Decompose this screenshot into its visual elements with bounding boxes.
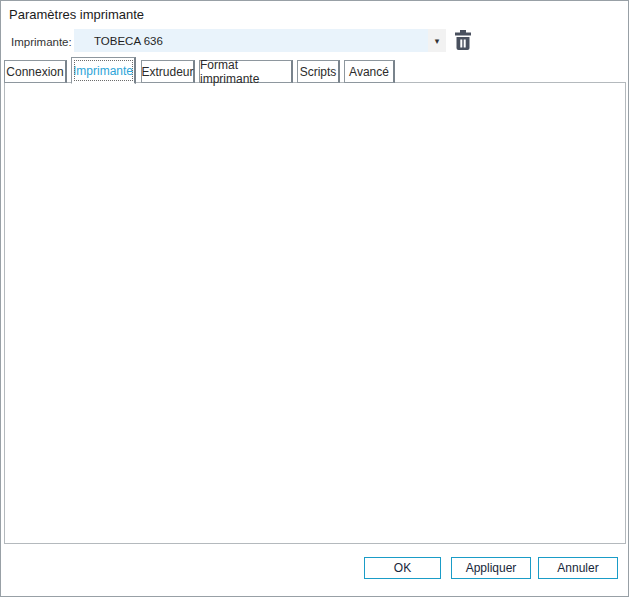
printer-select[interactable]: TOBECA 636 ▾ xyxy=(74,29,446,52)
cancel-button[interactable]: Annuler xyxy=(538,557,618,579)
ok-button[interactable]: OK xyxy=(364,557,441,579)
tab-avance[interactable]: Avancé xyxy=(344,60,395,83)
trash-icon xyxy=(454,38,472,53)
delete-printer-button[interactable] xyxy=(453,30,473,51)
tab-extrudeur[interactable]: Extrudeur xyxy=(141,60,195,83)
tab-connexion[interactable]: Connexion xyxy=(4,60,67,83)
tab-format-imprimante[interactable]: Format imprimante xyxy=(199,60,293,83)
printer-select-value: TOBECA 636 xyxy=(74,35,428,47)
tab-scripts[interactable]: Scripts xyxy=(297,60,340,83)
printer-label: Imprimante: xyxy=(11,36,72,48)
chevron-down-icon[interactable]: ▾ xyxy=(428,29,446,52)
tab-page-panel xyxy=(4,82,626,544)
printer-settings-dialog: Paramètres imprimante Imprimante: TOBECA… xyxy=(0,0,629,597)
apply-button[interactable]: Appliquer xyxy=(451,557,531,579)
tab-imprimante[interactable]: Imprimante xyxy=(71,57,136,84)
page-title: Paramètres imprimante xyxy=(9,7,144,22)
